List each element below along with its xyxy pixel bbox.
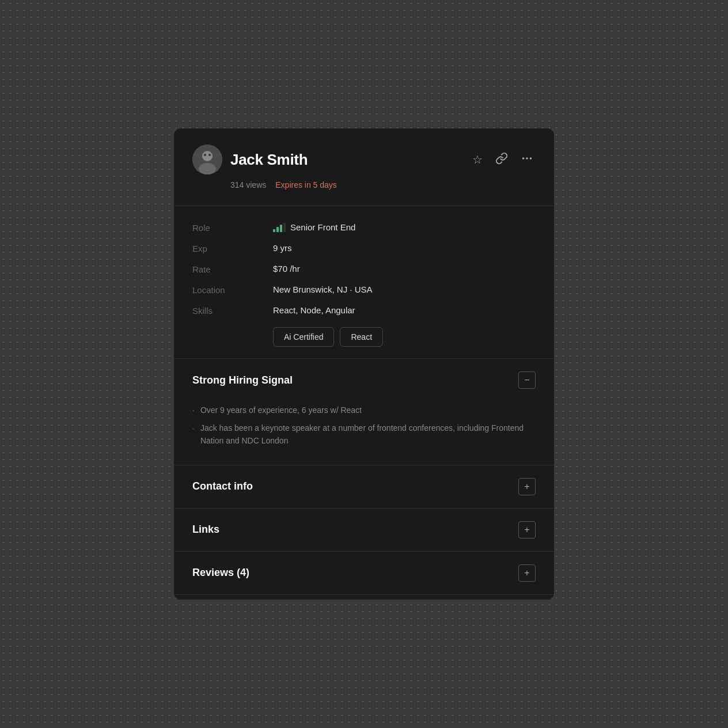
hiring-signal-title: Strong Hiring Signal — [192, 374, 293, 386]
more-icon — [521, 152, 533, 168]
svg-point-2 — [199, 163, 216, 175]
bottom-padding — [174, 595, 554, 600]
reviews-header[interactable]: Reviews (4) + — [174, 552, 554, 594]
bar-2 — [276, 227, 279, 232]
hiring-signal-bullets: Over 9 years of experience, 6 years w/ R… — [192, 401, 536, 449]
minus-icon: − — [524, 375, 529, 385]
links-title: Links — [192, 524, 219, 536]
exp-label: Exp — [192, 243, 273, 253]
name-avatar-group: Jack Smith — [192, 145, 308, 175]
links-toggle[interactable]: + — [518, 521, 536, 539]
svg-point-7 — [530, 157, 532, 160]
rate-value: $70 /hr — [273, 264, 300, 274]
link-button[interactable] — [493, 150, 510, 170]
reviews-title: Reviews (4) — [192, 567, 249, 579]
star-icon: ☆ — [472, 153, 483, 166]
bar-3 — [280, 225, 282, 232]
location-value: New Brunswick, NJ · USA — [273, 285, 373, 294]
exp-value: 9 yrs — [273, 243, 292, 253]
hiring-signal-section: Strong Hiring Signal − Over 9 years of e… — [174, 359, 554, 465]
hiring-signal-header[interactable]: Strong Hiring Signal − — [174, 359, 554, 401]
bullet-2-text: Jack has been a keynote speaker at a num… — [200, 422, 536, 448]
svg-point-3 — [204, 154, 206, 156]
contact-info-toggle[interactable]: + — [518, 478, 536, 495]
skills-value: React, Node, Angular — [273, 305, 355, 315]
profile-header: Jack Smith ☆ — [174, 128, 554, 206]
ai-certified-badge[interactable]: Ai Certified — [273, 327, 334, 347]
location-row: Location New Brunswick, NJ · USA — [192, 285, 536, 295]
skills-label: Skills — [192, 305, 273, 316]
badge-group: Ai Certified React — [273, 327, 536, 347]
svg-point-6 — [526, 157, 528, 160]
rate-label: Rate — [192, 264, 273, 274]
location-label: Location — [192, 285, 273, 295]
role-text: Senior Front End — [290, 222, 355, 232]
avatar — [192, 145, 222, 175]
links-section: Links + — [174, 509, 554, 552]
role-label: Role — [192, 222, 273, 233]
svg-point-4 — [208, 154, 211, 156]
links-header[interactable]: Links + — [174, 509, 554, 551]
bar-1 — [273, 229, 275, 232]
contact-info-section: Contact info + — [174, 465, 554, 509]
profile-name: Jack Smith — [230, 151, 308, 169]
bar-4 — [283, 223, 286, 232]
star-button[interactable]: ☆ — [470, 150, 485, 169]
bullet-1: Over 9 years of experience, 6 years w/ R… — [192, 401, 536, 419]
hiring-signal-toggle[interactable]: − — [518, 371, 536, 389]
contact-info-title: Contact info — [192, 480, 253, 492]
profile-details: Role Senior Front End Exp 9 yrs Rate $70… — [174, 206, 554, 359]
signal-bars-icon — [273, 223, 286, 232]
header-actions: ☆ — [470, 150, 536, 170]
profile-card: Jack Smith ☆ — [174, 128, 554, 599]
plus-icon-contact: + — [524, 481, 529, 492]
hiring-signal-content: Over 9 years of experience, 6 years w/ R… — [174, 401, 554, 464]
bullet-2: Jack has been a keynote speaker at a num… — [192, 419, 536, 450]
link-icon — [495, 152, 508, 168]
react-badge[interactable]: React — [340, 327, 383, 347]
more-button[interactable] — [518, 150, 536, 170]
header-top-row: Jack Smith ☆ — [192, 145, 536, 175]
exp-row: Exp 9 yrs — [192, 243, 536, 253]
skills-row: Skills React, Node, Angular — [192, 305, 536, 316]
expiry-label: Expires in 5 days — [275, 180, 337, 189]
plus-icon-reviews: + — [524, 568, 529, 578]
meta-row: 314 views Expires in 5 days — [192, 180, 536, 189]
reviews-section: Reviews (4) + — [174, 552, 554, 595]
svg-point-5 — [522, 157, 525, 160]
views-count: 314 views — [230, 180, 266, 189]
reviews-toggle[interactable]: + — [518, 564, 536, 582]
plus-icon-links: + — [524, 525, 529, 535]
rate-row: Rate $70 /hr — [192, 264, 536, 274]
role-row: Role Senior Front End — [192, 222, 536, 233]
role-value: Senior Front End — [273, 222, 355, 232]
svg-point-1 — [202, 151, 213, 161]
contact-info-header[interactable]: Contact info + — [174, 465, 554, 508]
bullet-1-text: Over 9 years of experience, 6 years w/ R… — [200, 404, 362, 416]
